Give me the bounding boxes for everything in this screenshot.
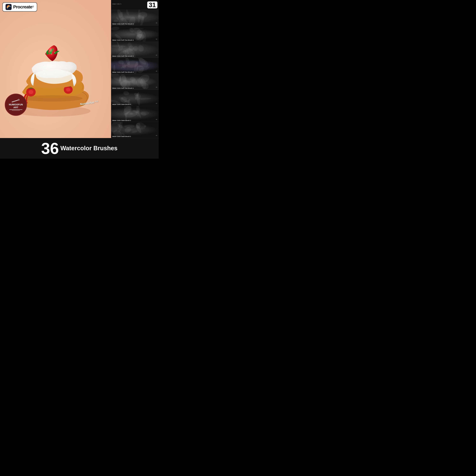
svg-point-111	[132, 130, 138, 133]
brush-arrow-icon: ✏	[156, 70, 157, 72]
svg-point-47	[111, 26, 119, 31]
brush-arrow-icon: ✏	[156, 118, 157, 120]
brush-item-stain-4[interactable]: Water Color Stain Brush 4✏	[111, 90, 159, 106]
brush-icon	[11, 98, 21, 103]
svg-point-52	[112, 45, 126, 48]
badge-label-small: Water Color S...	[112, 3, 147, 7]
svg-point-15	[62, 73, 62, 73]
brush-label: Water Color Soft Tree Brush 4	[112, 39, 157, 41]
brush-item-soft-tree-4[interactable]: Water Color Soft Tree Brush 4✏	[111, 26, 159, 42]
bottom-label: Watercolor Brushes	[60, 145, 118, 152]
brush-item-stain-2[interactable]: Water Color Stain Brush 2✏	[111, 122, 159, 138]
brush-label: Water Color Soft Tree Brush 1	[112, 87, 157, 89]
logo-decoration	[9, 109, 23, 111]
brush-label: Water Color Soft Tree Brush 2	[112, 71, 157, 73]
procreate-logo: Procreate®	[2, 2, 37, 12]
brush-label: Water Color Stain Brush 4	[112, 103, 157, 105]
svg-point-6	[66, 88, 70, 92]
procreate-name: Procreate®	[13, 4, 34, 10]
svg-point-4	[29, 90, 33, 94]
brush-item-soft-tree-1[interactable]: Water Color Soft Tree Brush 1✏	[111, 74, 159, 90]
svg-point-36	[125, 10, 129, 16]
brush-arrow-icon: ✏	[156, 38, 157, 40]
brush-arrow-icon: ✏	[156, 134, 157, 136]
artwork-panel: Procreate® Numoofun ^^ NUMOOFUN ART	[0, 0, 111, 138]
brush-item-soft-tree-2[interactable]: Water Color Soft Tree Brush 2✏	[111, 58, 159, 74]
total-count: 36	[41, 140, 59, 156]
svg-point-17	[66, 75, 67, 75]
main-row: Procreate® Numoofun ^^ NUMOOFUN ART	[0, 0, 159, 138]
brush-list: Water Color Soft Tree Brush 5✏Water Colo…	[111, 10, 159, 138]
svg-point-67	[113, 65, 115, 71]
brush-arrow-icon: ✏	[156, 22, 157, 24]
brush-item-soft-tree-5[interactable]: Water Color Soft Tree Brush 5✏	[111, 10, 159, 26]
svg-point-117	[124, 124, 135, 128]
svg-point-32	[113, 20, 119, 22]
brush-label: Water Color Soft Tree Brush 3	[112, 55, 157, 57]
bottom-bar: 36 Watercolor Brushes	[0, 138, 159, 159]
svg-point-80	[121, 80, 130, 88]
brush-label: Water Color Stain Brush 2	[112, 136, 157, 137]
brush-panel: Water Color S... 31 Water Color Soft Tre…	[111, 0, 159, 138]
brush-label: Water Color Stain Brush 3	[112, 119, 157, 121]
artist-logo: NUMOOFUN ART	[5, 94, 27, 116]
svg-point-49	[137, 44, 145, 52]
artwork-svg	[0, 0, 111, 138]
svg-point-88	[123, 91, 130, 96]
procreate-icon	[6, 4, 12, 10]
svg-point-14	[55, 72, 56, 73]
brush-item-stain-3[interactable]: Water Color Stain Brush 3✏	[111, 106, 159, 122]
artist-logo-name: NUMOOFUN ART	[9, 103, 23, 109]
brush-label: Water Color Soft Tree Brush 5	[112, 23, 157, 25]
brush-item-soft-tree-3[interactable]: Water Color Soft Tree Brush 3✏	[111, 42, 159, 58]
count-badge: 31	[147, 1, 157, 8]
svg-line-20	[12, 100, 18, 102]
svg-point-13	[44, 73, 45, 74]
svg-point-120	[135, 122, 146, 131]
brush-arrow-icon: ✏	[156, 86, 157, 88]
badge-row: Water Color S... 31	[111, 0, 159, 10]
brush-arrow-icon: ✏	[156, 54, 157, 56]
main-container: Procreate® Numoofun ^^ NUMOOFUN ART	[0, 0, 159, 159]
svg-point-87	[139, 98, 151, 100]
svg-point-12	[50, 48, 52, 52]
svg-point-18	[22, 95, 83, 102]
svg-point-16	[40, 75, 41, 76]
brush-arrow-icon: ✏	[156, 102, 157, 104]
